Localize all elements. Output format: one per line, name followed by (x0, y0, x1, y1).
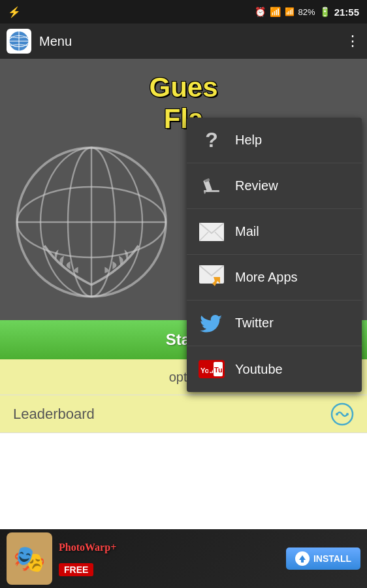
battery-icon: 🔋 (319, 7, 330, 17)
help-label: Help (235, 133, 262, 148)
mail-icon (199, 223, 224, 241)
menu-item-more-apps[interactable]: More Apps (187, 255, 362, 301)
time-display: 21:55 (334, 7, 359, 18)
main-content: Gues Fla (0, 59, 367, 588)
twitter-label: Twitter (235, 316, 274, 331)
alarm-icon: ⏰ (255, 7, 266, 17)
question-icon: ? (205, 128, 218, 152)
twitter-bird-icon (200, 312, 223, 335)
menu-item-mail[interactable]: Mail (187, 209, 362, 255)
help-icon-wrap: ? (197, 126, 226, 155)
usb-icon: ⚡ (8, 6, 21, 18)
battery-label: 82% (298, 7, 315, 17)
menu-item-help[interactable]: ? Help (187, 118, 362, 163)
menu-item-review[interactable]: Review (187, 163, 362, 209)
more-apps-icon (199, 265, 224, 290)
review-label: Review (235, 178, 278, 193)
app-icon (7, 29, 31, 54)
twitter-icon-wrap (197, 309, 226, 338)
top-bar: Menu ⋮ (0, 24, 367, 59)
mail-label: Mail (235, 224, 259, 239)
menu-item-youtube[interactable]: You Tu Youtube (187, 346, 362, 392)
more-apps-label: More Apps (235, 270, 298, 285)
youtube-icon-wrap: You Tu (197, 355, 226, 384)
youtube-icon: You Tu (199, 360, 225, 378)
youtube-label: Youtube (235, 362, 283, 377)
wifi-icon: 📶 (270, 7, 281, 17)
pencil-icon (201, 176, 222, 197)
menu-item-twitter[interactable]: Twitter (187, 301, 362, 346)
signal-icon: 📶 (285, 7, 295, 16)
more-apps-icon-wrap (197, 263, 226, 292)
page-title: Menu (39, 34, 345, 49)
more-options-button[interactable]: ⋮ (345, 33, 360, 50)
review-icon-wrap (197, 172, 226, 201)
dropdown-overlay[interactable]: ? Help Review (0, 59, 367, 588)
mail-icon-wrap (197, 218, 226, 246)
status-bar: ⚡ ⏰ 📶 📶 82% 🔋 21:55 (0, 0, 367, 24)
dropdown-menu: ? Help Review (187, 118, 362, 392)
svg-text:Tu: Tu (214, 366, 223, 374)
